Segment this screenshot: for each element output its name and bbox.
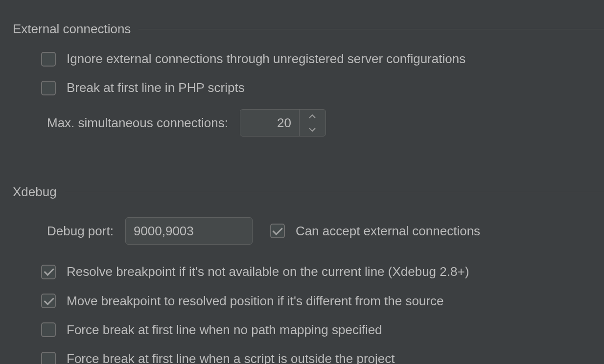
resolve-breakpoint-checkbox[interactable] xyxy=(41,265,56,279)
accept-external-label: Can accept external connections xyxy=(296,224,480,239)
max-connections-spinner[interactable] xyxy=(240,109,326,136)
external-connections-title: External connections xyxy=(13,22,139,37)
ignore-external-checkbox[interactable] xyxy=(41,52,56,67)
move-breakpoint-label: Move breakpoint to resolved position if … xyxy=(67,294,443,309)
break-first-line-label: Break at first line in PHP scripts xyxy=(67,80,245,95)
external-connections-section: External connections Ignore external con… xyxy=(0,0,604,136)
xdebug-title: Xdebug xyxy=(13,184,65,200)
accept-external-checkbox[interactable] xyxy=(270,224,285,238)
xdebug-section: Xdebug Debug port: Can accept external c… xyxy=(0,184,604,364)
section-header: Xdebug xyxy=(0,184,604,200)
spinner-down-button[interactable] xyxy=(300,123,325,136)
max-connections-label: Max. simultaneous connections: xyxy=(47,115,228,131)
debug-port-label: Debug port: xyxy=(47,224,114,239)
break-first-line-checkbox[interactable] xyxy=(41,81,56,95)
ignore-external-label: Ignore external connections through unre… xyxy=(67,51,465,67)
force-break-no-mapping-checkbox[interactable] xyxy=(41,322,56,337)
chevron-down-icon xyxy=(309,127,316,132)
move-breakpoint-checkbox[interactable] xyxy=(41,294,56,308)
max-connections-input[interactable] xyxy=(240,110,299,136)
section-header: External connections xyxy=(0,22,604,37)
force-break-no-mapping-label: Force break at first line when no path m… xyxy=(67,322,382,338)
spinner-up-button[interactable] xyxy=(300,110,325,123)
force-break-outside-label: Force break at first line when a script … xyxy=(67,351,395,364)
section-divider xyxy=(65,192,604,192)
force-break-outside-checkbox[interactable] xyxy=(41,352,56,364)
section-divider xyxy=(139,29,604,29)
chevron-up-icon xyxy=(309,114,316,119)
resolve-breakpoint-label: Resolve breakpoint if it's not available… xyxy=(67,264,469,279)
debug-port-input[interactable] xyxy=(125,217,253,245)
